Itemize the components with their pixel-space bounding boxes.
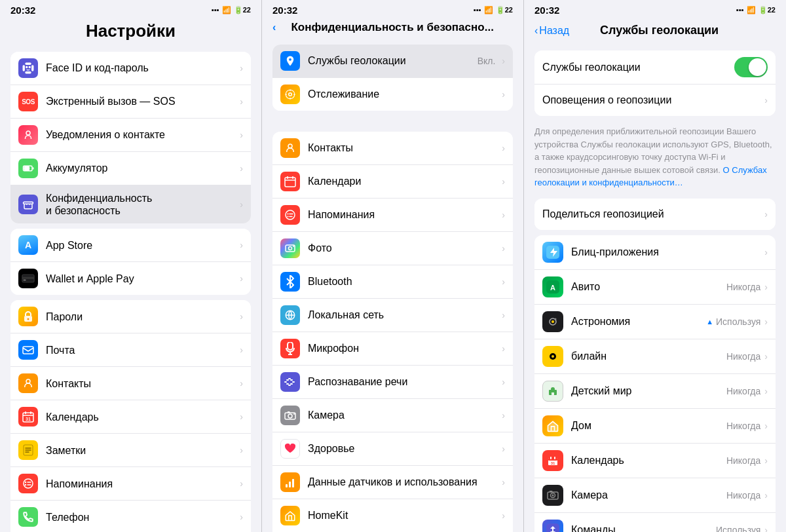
bluetooth-p2-icon (280, 272, 300, 292)
bluetooth-p2-label: Bluetooth (308, 275, 500, 288)
camera-status: Никогда (726, 490, 760, 501)
privacy-section-top: Службы геолокации Вкл. › Отслеживание › (272, 45, 513, 111)
row-speech-p2[interactable]: Распознавание речи › (272, 366, 513, 399)
geoloc-desc-link[interactable]: О Службах геолокации и конфиденциальност… (534, 165, 767, 188)
phone-label: Телефон (46, 511, 238, 523)
row-homekit-p2[interactable]: HomeKit › (272, 499, 513, 532)
photos-p2-chevron: › (502, 243, 505, 254)
geoloc-title: Службы геолокации (569, 24, 749, 37)
row-app-detmir[interactable]: Детский мир Никогда › (534, 374, 776, 409)
geoloc-status: Вкл. (477, 56, 496, 66)
row-calendars-p2[interactable]: Календари › (272, 165, 513, 199)
calendars-p2-chevron: › (502, 176, 505, 187)
svg-rect-65 (552, 392, 554, 395)
row-sos[interactable]: SOS Экстренный вызов — SOS › (10, 85, 251, 119)
svg-rect-33 (292, 176, 293, 179)
row-faceid[interactable]: Face ID и код-пароль › (10, 52, 251, 85)
row-geoloc-notifications[interactable]: Оповещения о геопозиции › (534, 85, 776, 116)
privacy-back-btn[interactable]: ‹ (272, 22, 276, 33)
homekit-p2-chevron: › (502, 510, 505, 521)
row-passwords[interactable]: Пароли › (10, 300, 251, 333)
svg-rect-18 (30, 411, 31, 414)
row-app-avito[interactable]: А Авито Никогда › (534, 270, 776, 305)
row-photos-p2[interactable]: Фото › (272, 232, 513, 265)
calendar-status: Никогда (726, 455, 760, 466)
privacy-title-row: ‹ Конфиденциальность и безопасно... (272, 21, 513, 34)
row-wallet[interactable]: Wallet и Apple Pay › (10, 262, 251, 295)
svg-text:А: А (550, 284, 555, 292)
svg-point-46 (293, 413, 295, 415)
signal-icon: ▪▪▪ (212, 6, 219, 14)
settings-title: Настройки (10, 21, 251, 41)
privacy-title: Конфиденциальность и безопасно... (278, 21, 506, 34)
row-share-location[interactable]: Поделиться геопозицией › (534, 199, 776, 230)
calendar-app-label: Календарь (571, 454, 726, 466)
privacy-label: Конфиденциальностьи безопасность (46, 192, 238, 217)
row-notes[interactable]: Заметки › (10, 434, 251, 467)
mail-chevron: › (240, 345, 243, 355)
wifi-icon-3: 📶 (747, 6, 756, 14)
detmir-app-right: Никогда › (726, 386, 768, 396)
calendar-label: Календарь (46, 411, 238, 423)
row-tracking[interactable]: Отслеживание › (272, 78, 513, 111)
row-mail[interactable]: Почта › (10, 333, 251, 367)
row-contacts-p2[interactable]: Контакты › (272, 132, 513, 165)
calendar-chevron-app: › (764, 455, 768, 466)
row-app-camera[interactable]: Камера Никогда › (534, 478, 776, 513)
geoloc-icon (280, 51, 300, 71)
health-p2-icon (280, 439, 300, 459)
row-health-p2[interactable]: Здоровье › (272, 432, 513, 466)
row-reminders-p2[interactable]: Напоминания › (272, 199, 513, 232)
reminders-p2-label: Напоминания (308, 208, 500, 221)
row-app-dom[interactable]: Дом Никогда › (534, 409, 776, 444)
row-mic-p2[interactable]: Микрофон › (272, 332, 513, 366)
beeline-app-icon (542, 346, 563, 367)
row-app-beeline[interactable]: билайн Никогда › (534, 339, 776, 374)
health-p2-label: Здоровье (308, 442, 500, 455)
row-contacts-s1[interactable]: Контакты › (10, 367, 251, 400)
geoloc-apps-section: Блиц-приложения › А Авито Никогда › (534, 235, 776, 533)
reminders-chevron: › (240, 478, 243, 489)
wallet-chevron: › (240, 273, 243, 284)
status-icons-3: ▪▪▪ 📶 🔋22 (736, 6, 776, 14)
geoloc-toggle[interactable] (734, 57, 768, 77)
row-contact-notify[interactable]: Уведомления о контакте › (10, 119, 251, 152)
appstore-label: App Store (46, 239, 238, 252)
row-geoloc[interactable]: Службы геолокации Вкл. › (272, 45, 513, 78)
passwords-icon (18, 307, 38, 326)
svg-point-39 (293, 246, 294, 247)
row-phone[interactable]: Телефон › (10, 501, 251, 532)
svg-rect-68 (548, 458, 557, 461)
svg-point-34 (286, 210, 295, 219)
localnet-p2-icon (280, 305, 300, 325)
row-appstore[interactable]: A App Store › (10, 229, 251, 262)
beeline-chevron: › (764, 351, 768, 362)
camera-app-label: Камера (571, 489, 726, 501)
calendar-icon: 31 (18, 407, 38, 427)
row-app-astronomy[interactable]: Астрономия ▲ Используя › (534, 305, 776, 339)
camera-app-right: Никогда › (726, 490, 768, 501)
reminders-icon (18, 474, 38, 493)
row-app-blitz[interactable]: Блиц-приложения › (534, 235, 776, 270)
geoloc-back-btn[interactable]: ‹ Назад (534, 25, 569, 37)
tracking-label: Отслеживание (308, 88, 500, 100)
row-app-commands[interactable]: Команды Используя › (534, 513, 776, 533)
calendars-p2-icon (280, 172, 300, 191)
svg-rect-31 (285, 178, 295, 187)
speech-p2-label: Распознавание речи (308, 375, 500, 388)
geoloc-label: Службы геолокации (308, 54, 477, 67)
row-calendar[interactable]: 31 Календарь › (10, 400, 251, 434)
row-sensors-p2[interactable]: Данные датчиков и использования › (272, 466, 513, 499)
row-bluetooth-p2[interactable]: Bluetooth › (272, 265, 513, 299)
row-reminders[interactable]: Напоминания › (10, 467, 251, 501)
row-privacy[interactable]: Конфиденциальностьи безопасность › (10, 185, 251, 223)
status-icons-1: ▪▪▪ 📶 🔋22 (212, 6, 251, 14)
row-battery[interactable]: Аккумулятор › (10, 152, 251, 185)
row-camera-p2[interactable]: Камера › (272, 399, 513, 432)
row-localnet-p2[interactable]: Локальная сеть › (272, 299, 513, 332)
bluetooth-p2-chevron: › (502, 276, 505, 287)
speech-p2-icon (280, 372, 300, 392)
row-app-calendar[interactable]: 31 Календарь Никогда › (534, 444, 776, 478)
svg-text:31: 31 (551, 461, 555, 465)
privacy-section-apps: Контакты › Календари › (272, 132, 513, 532)
